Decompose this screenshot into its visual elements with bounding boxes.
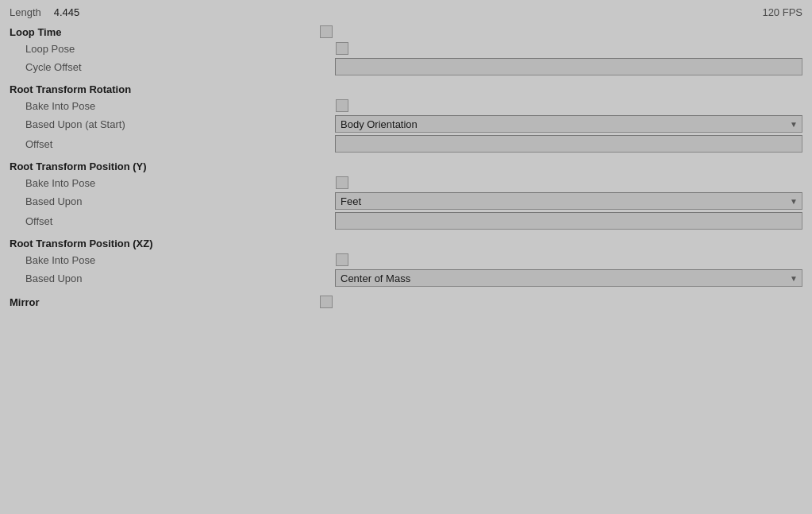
cycle-offset-input[interactable]: 0 [335,58,802,75]
rotation-based-upon-row: Based Upon (at Start) Body Orientation O… [10,115,802,133]
mirror-checkbox-wrapper [319,295,333,309]
rotation-bake-row: Bake Into Pose [10,99,802,113]
position-xz-based-upon-select[interactable]: Center of Mass Feet Original [335,269,802,287]
position-y-offset-input[interactable]: 0 [335,212,802,230]
rotation-based-upon-label: Based Upon (at Start) [25,118,335,130]
fps-label: 120 FPS [762,6,802,18]
loop-pose-checkbox-wrapper [335,41,349,56]
mirror-label: Mirror [10,296,319,308]
position-y-bake-label: Bake Into Pose [25,177,335,189]
loop-time-section: Loop Time Loop Pose Cycle Offset 0 [10,25,802,75]
loop-time-checkbox-wrapper [319,25,333,39]
length-label: Length [10,6,41,18]
position-y-based-upon-select[interactable]: Feet Center of Mass Original [335,192,802,210]
position-xz-section: Root Transform Position (XZ) Bake Into P… [10,238,802,287]
mirror-row: Mirror [10,295,802,309]
position-xz-based-upon-row: Based Upon Center of Mass Feet Original … [10,269,802,287]
rotation-section: Root Transform Rotation Bake Into Pose B… [10,83,802,153]
loop-time-row: Loop Time [10,25,802,39]
position-xz-based-upon-label: Based Upon [25,272,335,284]
position-y-section: Root Transform Position (Y) Bake Into Po… [10,160,802,230]
rotation-section-header: Root Transform Rotation [10,83,802,95]
position-y-offset-label: Offset [25,215,335,227]
rotation-based-upon-select-wrapper: Body Orientation Original Root Node Rota… [335,115,802,133]
loop-pose-row: Loop Pose [10,41,802,56]
loop-time-label: Loop Time [10,26,319,38]
rotation-bake-checkbox-wrapper [335,99,349,113]
position-xz-bake-row: Bake Into Pose [10,253,802,267]
length-value: 4.445 [54,6,80,18]
rotation-offset-input[interactable]: 0 [335,135,802,153]
position-xz-bake-checkbox-wrapper [335,253,349,267]
rotation-bake-checkbox[interactable] [336,99,348,112]
loop-pose-label: Loop Pose [25,43,335,55]
position-y-section-header: Root Transform Position (Y) [10,160,802,172]
loop-time-checkbox[interactable] [320,25,333,38]
mirror-checkbox[interactable] [320,296,333,308]
position-y-based-upon-select-wrapper: Feet Center of Mass Original ▼ [335,192,802,210]
position-y-based-upon-row: Based Upon Feet Center of Mass Original … [10,192,802,210]
header-left: Length 4.445 [10,6,79,18]
cycle-offset-row: Cycle Offset 0 [10,58,802,75]
cycle-offset-label: Cycle Offset [25,61,335,73]
main-container: Length 4.445 120 FPS Loop Time Loop Pose… [0,0,812,514]
position-y-bake-row: Bake Into Pose [10,176,802,190]
loop-pose-checkbox[interactable] [336,42,348,55]
position-y-based-upon-label: Based Upon [25,195,335,207]
rotation-based-upon-select[interactable]: Body Orientation Original Root Node Rota… [335,115,802,133]
position-xz-section-header: Root Transform Position (XZ) [10,238,802,249]
header-row: Length 4.445 120 FPS [10,6,802,18]
rotation-offset-row: Offset 0 [10,135,802,153]
position-y-bake-checkbox[interactable] [336,176,348,189]
position-xz-bake-label: Bake Into Pose [25,254,335,266]
position-xz-bake-checkbox[interactable] [336,253,348,266]
position-y-bake-checkbox-wrapper [335,176,349,190]
rotation-bake-label: Bake Into Pose [25,100,335,112]
position-y-offset-row: Offset 0 [10,212,802,230]
position-xz-based-upon-select-wrapper: Center of Mass Feet Original ▼ [335,269,802,287]
rotation-offset-label: Offset [25,138,335,150]
